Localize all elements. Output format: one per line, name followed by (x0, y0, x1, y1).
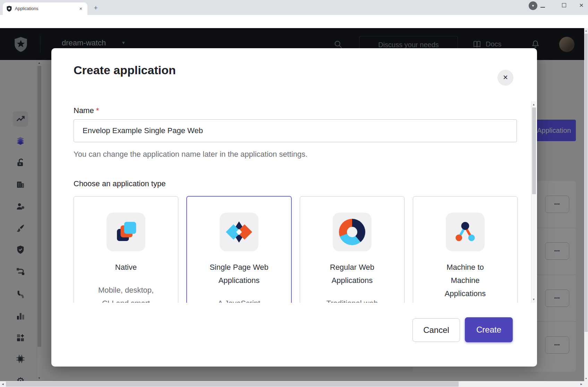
new-tab-button[interactable]: + (92, 4, 100, 12)
window-maximize-button[interactable] (562, 3, 566, 7)
browser-tabstrip: Applications × + ▾ × (0, 0, 588, 15)
required-asterisk: * (96, 106, 99, 115)
spa-icon (226, 219, 252, 245)
card-description: Mobile, desktop, CLI and smart (92, 284, 160, 303)
card-single-page-web[interactable]: Single Page Web Applications A JavaScrip… (187, 196, 291, 303)
window-scroll-down-icon[interactable]: ▼ (584, 377, 588, 380)
card-title: Native (95, 261, 157, 274)
name-label: Name (74, 106, 94, 115)
name-helper-text: You can change the application name late… (74, 150, 307, 159)
m2m-icon-tile (446, 213, 485, 251)
modal-scroll-up-icon[interactable]: ▲ (531, 103, 536, 106)
native-icon-tile (106, 213, 145, 251)
tab-close-icon[interactable]: × (78, 6, 84, 12)
modal-scrollbar-thumb[interactable] (532, 108, 536, 194)
modal-close-button[interactable]: × (497, 70, 513, 86)
card-description: A JavaScript (205, 297, 273, 303)
tab-title: Applications (15, 6, 75, 11)
window-horizontal-scrollbar[interactable]: ◀ ▶ (0, 381, 584, 387)
modal-scrollbar[interactable]: ▲ ▼ (531, 101, 536, 303)
card-machine-to-machine[interactable]: Machine to Machine Applications (413, 196, 518, 303)
spa-icon-tile (220, 213, 258, 251)
browser-toolbar: ← → ⟳ manage.auth0.com/dashboard/eu/drea… (0, 15, 588, 28)
window-minimize-button[interactable] (540, 7, 545, 8)
card-title: Single Page Web Applications (208, 261, 270, 287)
modal-scroll-area: Name * You can change the application na… (51, 101, 537, 303)
create-button[interactable]: Create (465, 317, 513, 342)
scrollbar-corner (584, 381, 588, 387)
regular-web-icon-tile (333, 213, 372, 251)
card-regular-web[interactable]: Regular Web Applications Traditional web (300, 196, 404, 303)
application-type-cards: Native Mobile, desktop, CLI and smart Si… (74, 196, 518, 303)
modal-scroll-down-icon[interactable]: ▼ (531, 298, 536, 301)
browser-tab-applications[interactable]: Applications × (3, 2, 87, 15)
card-title: Machine to Machine Applications (434, 261, 496, 300)
application-name-input[interactable] (74, 119, 517, 142)
window-vscrollbar-thumb[interactable] (585, 34, 588, 332)
create-application-modal: Create application × Name * You can chan… (51, 48, 537, 367)
cancel-button[interactable]: Cancel (412, 318, 460, 342)
tab-search-icon[interactable]: ▾ (529, 1, 537, 10)
modal-title: Create application (74, 63, 176, 77)
card-native[interactable]: Native Mobile, desktop, CLI and smart (74, 196, 178, 303)
window-scroll-right-icon[interactable]: ▶ (580, 383, 583, 386)
card-description: Traditional web (318, 297, 386, 303)
m2m-icon (452, 219, 478, 245)
native-icon (113, 219, 139, 245)
screen: Applications × + ▾ × ← → ⟳ manage.auth0.… (0, 0, 588, 387)
auth0-favicon (6, 6, 12, 12)
card-title: Regular Web Applications (321, 261, 383, 287)
regular-web-icon (339, 219, 365, 245)
window-scroll-left-icon[interactable]: ◀ (1, 383, 5, 386)
application-type-label: Choose an application type (74, 179, 165, 188)
window-vertical-scrollbar[interactable]: ▲ ▼ (584, 28, 588, 381)
window-hscrollbar-thumb[interactable] (6, 381, 459, 387)
window-scroll-up-icon[interactable]: ▲ (584, 29, 588, 32)
window-close-button[interactable]: × (577, 1, 586, 10)
